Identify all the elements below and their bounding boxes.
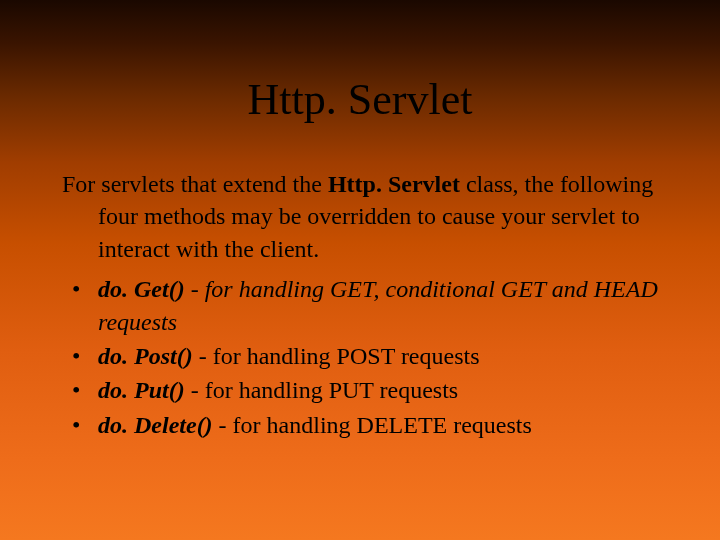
method-name: do. Delete() [98,412,213,438]
method-desc-plain: - for handling POST requests [193,343,480,369]
intro-paragraph: For servlets that extend the Http. Servl… [62,168,658,265]
method-name: do. Post() [98,343,193,369]
list-item: do. Post() - for handling POST requests [62,340,658,372]
slide: Http. Servlet For servlets that extend t… [0,0,720,540]
list-item: do. Delete() - for handling DELETE reque… [62,409,658,441]
method-name: do. Put() [98,377,185,403]
slide-body: For servlets that extend the Http. Servl… [62,168,658,443]
method-desc-plain: - for handling DELETE requests [213,412,532,438]
slide-title: Http. Servlet [0,74,720,125]
method-desc-plain: - [185,276,205,302]
method-name: do. Get() [98,276,185,302]
method-desc-plain: - for handling PUT requests [185,377,459,403]
list-item: do. Put() - for handling PUT requests [62,374,658,406]
intro-before: For servlets that extend the [62,171,328,197]
bullet-list: do. Get() - for handling GET, conditiona… [62,273,658,441]
intro-bold: Http. Servlet [328,171,460,197]
list-item: do. Get() - for handling GET, conditiona… [62,273,658,338]
